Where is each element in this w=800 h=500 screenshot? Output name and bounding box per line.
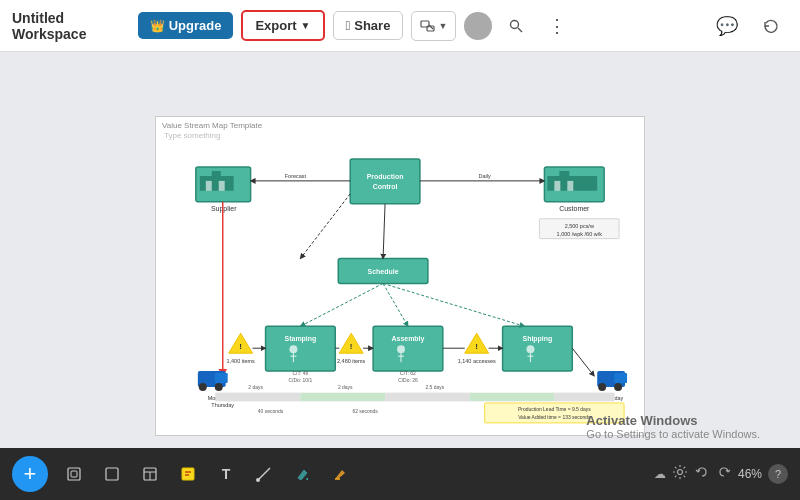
- add-button[interactable]: +: [12, 456, 48, 492]
- svg-point-29: [199, 383, 207, 391]
- svg-point-30: [215, 383, 223, 391]
- svg-text:2,480 items: 2,480 items: [337, 358, 366, 364]
- svg-text:Shipping: Shipping: [523, 335, 553, 343]
- svg-text:40 seconds: 40 seconds: [258, 409, 284, 414]
- export-label: Export: [255, 18, 296, 33]
- crown-icon: 👑: [150, 19, 165, 33]
- diagram-container[interactable]: Value Stream Map Template Type something…: [155, 116, 645, 436]
- share-button[interactable]:  Share: [333, 11, 404, 40]
- svg-text:Production: Production: [367, 173, 404, 180]
- svg-text:1,000 /wpk /60 w/k: 1,000 /wpk /60 w/k: [557, 231, 603, 237]
- more-options-button[interactable]: ⋮: [540, 9, 574, 43]
- activate-windows-text: Activate Windows Go to Settings to activ…: [586, 413, 760, 440]
- svg-rect-79: [300, 393, 385, 401]
- share-label: Share: [354, 18, 390, 33]
- svg-point-54: [526, 345, 534, 353]
- svg-line-76: [300, 194, 350, 259]
- svg-text:Supplier: Supplier: [211, 205, 237, 213]
- svg-rect-82: [554, 393, 614, 401]
- chevron-down-icon-translate: ▼: [438, 21, 447, 31]
- svg-text:2.5 days: 2.5 days: [425, 385, 444, 390]
- redo-icon[interactable]: [716, 464, 732, 484]
- svg-line-72: [300, 283, 383, 326]
- svg-rect-45: [373, 326, 443, 371]
- export-button[interactable]: Export ▼: [241, 10, 324, 41]
- svg-point-36: [614, 383, 622, 391]
- svg-text:Forecast: Forecast: [285, 173, 307, 179]
- canvas-area: Value Stream Map Template Type something…: [0, 52, 800, 500]
- svg-text:Customer: Customer: [559, 205, 590, 212]
- svg-rect-28: [215, 373, 228, 383]
- add-icon: +: [24, 461, 37, 487]
- svg-point-47: [397, 345, 405, 353]
- chevron-down-icon: ▼: [301, 20, 311, 31]
- svg-text:62 seconds: 62 seconds: [352, 409, 378, 414]
- svg-text:C/T: 46: C/T: 46: [293, 371, 309, 376]
- settings-icon[interactable]: [672, 464, 688, 484]
- pages-button[interactable]: [58, 458, 90, 490]
- help-icon[interactable]: ?: [768, 464, 788, 484]
- cloud-icon: ☁: [654, 467, 666, 481]
- history-button[interactable]: [754, 11, 788, 41]
- svg-text:C/T: 62: C/T: 62: [400, 371, 416, 376]
- svg-text:Production Lead Time = 9.5 day: Production Lead Time = 9.5 days: [518, 407, 591, 412]
- svg-text:2 days: 2 days: [248, 385, 263, 390]
- svg-point-2: [511, 20, 519, 28]
- svg-text:1,140 accesses: 1,140 accesses: [458, 358, 496, 364]
- frame-button[interactable]: [96, 458, 128, 490]
- svg-rect-93: [106, 468, 118, 480]
- svg-text:!: !: [239, 342, 242, 351]
- svg-text:Daily: Daily: [479, 173, 491, 179]
- svg-text:Stamping: Stamping: [285, 335, 317, 343]
- svg-text:1,400 items: 1,400 items: [227, 358, 256, 364]
- paint-button[interactable]: [286, 458, 318, 490]
- svg-rect-15: [567, 181, 573, 191]
- svg-rect-38: [266, 326, 336, 371]
- svg-point-40: [289, 345, 297, 353]
- undo-icon[interactable]: [694, 464, 710, 484]
- svg-line-3: [518, 28, 522, 32]
- svg-text:Schedule: Schedule: [368, 269, 399, 276]
- workspace-title: Untitled Workspace: [12, 10, 130, 42]
- svg-rect-52: [503, 326, 573, 371]
- table-button[interactable]: [134, 458, 166, 490]
- svg-rect-78: [216, 393, 301, 401]
- avatar[interactable]: [464, 12, 492, 40]
- svg-rect-91: [68, 468, 80, 480]
- diagram-subtitle: Type something: [164, 131, 220, 140]
- text-button[interactable]: T: [210, 458, 242, 490]
- template-label: Value Stream Map Template: [162, 121, 262, 130]
- svg-rect-4: [350, 159, 420, 204]
- svg-rect-10: [219, 181, 225, 191]
- svg-text:!: !: [475, 342, 478, 351]
- svg-line-75: [383, 204, 385, 259]
- svg-rect-81: [470, 393, 555, 401]
- svg-text:Value Added time = 133 seconds: Value Added time = 133 seconds: [518, 415, 591, 420]
- bottom-toolbar: + T ☁ 46% ?: [0, 448, 800, 500]
- svg-point-101: [256, 478, 260, 482]
- highlight-button[interactable]: [324, 458, 356, 490]
- svg-text:Assembly: Assembly: [391, 335, 424, 343]
- comment-button[interactable]: 💬: [708, 9, 746, 43]
- svg-rect-92: [71, 471, 77, 477]
- svg-text:Control: Control: [373, 183, 398, 190]
- search-button[interactable]: [500, 12, 532, 40]
- svg-rect-80: [385, 393, 470, 401]
- svg-text:C/Do: 26: C/Do: 26: [398, 378, 418, 383]
- svg-point-35: [598, 383, 606, 391]
- svg-rect-9: [206, 181, 212, 191]
- translate-button[interactable]: ▼: [411, 11, 456, 41]
- upgrade-button[interactable]: 👑 Upgrade: [138, 12, 234, 39]
- svg-point-103: [677, 470, 682, 475]
- svg-rect-34: [614, 373, 627, 383]
- svg-text:C/Do: 10/1: C/Do: 10/1: [289, 378, 313, 383]
- line-button[interactable]: [248, 458, 280, 490]
- svg-rect-97: [182, 468, 194, 480]
- svg-rect-14: [554, 181, 560, 191]
- svg-text:Thursday: Thursday: [211, 402, 234, 408]
- zoom-level[interactable]: 46%: [738, 467, 762, 481]
- svg-text:2,500 pcs/w: 2,500 pcs/w: [565, 223, 594, 229]
- sticky-button[interactable]: [172, 458, 204, 490]
- svg-text:!: !: [350, 342, 353, 351]
- share-icon: : [346, 18, 351, 33]
